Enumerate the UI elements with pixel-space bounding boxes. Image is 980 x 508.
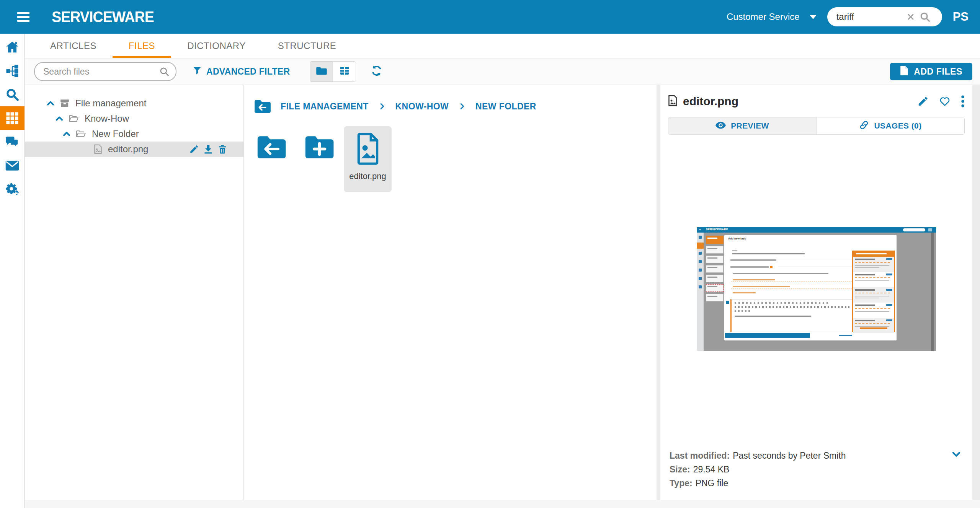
breadcrumb-item-file-management[interactable]: FILE MANAGEMENT [281,101,369,112]
top-header: SERVICEWARE Customer Service PS [0,0,980,34]
collapse-chevron-down-icon[interactable] [951,449,962,459]
table-view-button[interactable] [333,62,356,81]
thumbnail-editor-block [730,299,862,332]
tree-row-actions [189,144,227,154]
delete-trash-icon[interactable] [217,144,227,154]
file-details-panel: editor.png PREVIEW USAGES (0) [660,85,972,500]
folder-add-icon [304,135,336,161]
sitemap-icon [6,64,19,77]
archive-icon [60,99,70,108]
folder-view-icon [316,66,327,77]
section-tabs: ARTICLES FILES DICTIONARY STRUCTURE [25,34,980,58]
file-tiles: editor.png [248,126,657,192]
add-files-button[interactable]: ADD FILES [890,63,972,80]
sidebar-item-knowledge-base[interactable] [0,106,24,130]
clear-search-icon[interactable] [906,12,915,21]
sidebar-item-conversations[interactable] [0,130,24,154]
sidebar-item-settings[interactable] [0,177,24,201]
details-tabs: PREVIEW USAGES (0) [668,117,965,135]
image-file-icon [356,132,380,167]
breadcrumb-item-know-how[interactable]: KNOW-HOW [395,101,449,112]
settings-gears-icon [5,182,20,196]
download-icon[interactable] [203,144,213,154]
tab-preview[interactable]: PREVIEW [668,117,817,134]
tree-row-new-folder[interactable]: New Folder [25,126,243,142]
home-icon [6,41,19,53]
files-search-input[interactable] [42,66,155,77]
image-file-icon [668,95,678,108]
global-search-input[interactable] [836,11,906,23]
search-icon[interactable] [159,66,170,78]
thumbnail-header: SERVICEWARE [697,227,936,233]
app-logo: SERVICEWARE [52,8,154,26]
chevron-up-icon[interactable] [55,114,64,123]
details-title-row: editor.png [668,93,965,110]
image-file-icon [94,144,102,154]
folder-open-icon [69,114,79,123]
table-view-icon [339,65,350,78]
filter-funnel-icon [193,66,202,77]
user-avatar[interactable]: PS [953,10,969,24]
global-search[interactable] [827,7,942,26]
chevron-right-icon [378,101,386,111]
add-file-icon [900,65,908,78]
folder-up-tile[interactable] [248,126,296,192]
folder-up-icon [256,135,288,161]
chat-icon [5,136,19,148]
app-root: SERVICEWARE Customer Service PS [0,0,980,508]
folder-contents-panel: FILE MANAGEMENT KNOW-HOW NEW FOLDER [244,85,657,500]
tab-dictionary[interactable]: DICTIONARY [171,34,262,58]
link-icon [859,120,869,132]
search-icon [6,88,19,101]
sidebar-item-home[interactable] [0,35,24,59]
folder-view-button[interactable] [310,62,333,81]
more-options-kebab-icon[interactable] [961,95,965,107]
file-metadata: Last modified:Past seconds by Peter Smit… [668,443,965,500]
meta-type: Type:PNG file [670,476,963,490]
favorite-heart-icon[interactable] [939,96,951,107]
breadcrumb-item-new-folder[interactable]: NEW FOLDER [475,101,536,112]
tab-files[interactable]: FILES [113,34,171,58]
search-icon[interactable] [919,11,931,23]
thumbnail-nav-cards [706,236,724,303]
edit-pencil-icon[interactable] [917,96,929,107]
right-margin [972,85,980,500]
workspace-label: Customer Service [727,11,800,22]
refresh-icon [371,65,383,78]
thumbnail-suggestions-panel [852,251,895,332]
advanced-filter-button[interactable]: ADVANCED FILTER [193,66,290,77]
thumbnail-scrollbar [931,233,934,351]
tab-structure[interactable]: STRUCTURE [262,34,353,58]
chevron-up-icon[interactable] [46,99,55,108]
tree-row-know-how[interactable]: Know-How [25,111,243,126]
tree-row-editor-png[interactable]: editor.png [25,142,243,157]
edit-pencil-icon[interactable] [189,144,199,154]
chevron-up-icon[interactable] [62,129,71,138]
sidebar-item-mail[interactable] [0,154,24,177]
sidebar-item-search[interactable] [0,83,24,106]
view-toggle-group [310,61,356,82]
mail-icon [5,160,19,171]
caret-down-icon [810,15,817,19]
tab-articles[interactable]: ARTICLES [34,34,113,58]
add-folder-tile[interactable] [296,126,344,192]
eye-icon [715,122,726,130]
hamburger-menu-icon[interactable] [17,12,29,22]
sidebar-item-structure[interactable] [0,59,24,83]
refresh-button[interactable] [371,65,383,78]
meta-last-modified: Last modified:Past seconds by Peter Smit… [670,449,963,462]
workspace-selector[interactable]: Customer Service [727,11,817,22]
breadcrumb: FILE MANAGEMENT KNOW-HOW NEW FOLDER [254,99,657,114]
tree-row-file-management[interactable]: File management [25,96,243,111]
files-search[interactable] [34,62,176,81]
details-file-title: editor.png [683,95,738,108]
preview-area: SERVICEWARE Add new task [668,135,965,443]
file-tree-panel: File management Know-How New Folder edit… [25,85,244,500]
breadcrumb-back-button[interactable] [254,99,271,114]
bottom-margin [25,500,980,508]
tab-usages[interactable]: USAGES (0) [817,117,964,134]
folder-open-icon [76,130,86,138]
file-tile-editor-png[interactable]: editor.png [344,126,392,192]
chevron-right-icon [458,101,466,111]
thumbnail-save-button [725,333,810,338]
